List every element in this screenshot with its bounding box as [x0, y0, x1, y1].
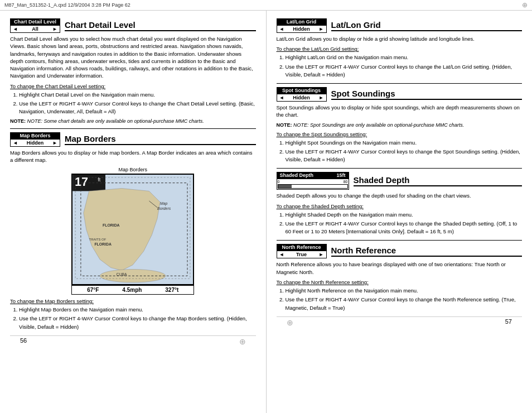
- map-stat-heading: 327°t: [165, 287, 178, 293]
- chart-detail-control[interactable]: ◄ All ►: [10, 25, 60, 33]
- north-reference-right-arrow[interactable]: ►: [319, 252, 324, 257]
- map-borders-body: Map Borders allows you to display or hid…: [10, 149, 256, 164]
- chart-detail-body: Chart Detail Level allows you to select …: [10, 35, 256, 80]
- shaded-depth-slider-container: 0 80: [277, 179, 349, 190]
- north-reference-left-arrow[interactable]: ◄: [279, 252, 284, 257]
- note-label: NOTE:: [277, 122, 294, 128]
- section-chart-detail-level: Chart Detail Level ◄ All ► Chart Detail …: [10, 18, 256, 124]
- lat-lon-label: Lat/Lon Grid: [277, 18, 327, 25]
- lat-lon-left-arrow[interactable]: ◄: [279, 26, 284, 32]
- shaded-depth-change-heading: To change the Shaded Depth setting:: [277, 203, 523, 209]
- map-borders-change-heading: To change the Map Borders setting:: [10, 298, 256, 304]
- map-stat-temp: 67°F: [87, 287, 99, 293]
- svg-text:CUBA: CUBA: [117, 272, 127, 276]
- svg-text:TRAITS OF: TRAITS OF: [89, 238, 107, 241]
- chart-detail-widget: Chart Detail Level ◄ All ►: [10, 18, 60, 33]
- list-item: Highlight Spot Soundings on the Navigati…: [286, 139, 523, 147]
- map-borders-steps: Highlight Map Borders on the Navigation …: [10, 306, 256, 331]
- shaded-depth-fill: [278, 185, 292, 188]
- topbar-text: M87_Man_531352-1_A.qxd 12/9/2004 3:28 PM…: [4, 2, 130, 8]
- north-reference-control[interactable]: ◄ True ►: [277, 251, 327, 258]
- section-map-borders: Map Borders ◄ Hidden ► Map Borders Map B…: [10, 132, 256, 331]
- shaded-depth-right-value: 15ft: [336, 172, 345, 178]
- chart-detail-title: Chart Detail Level: [65, 20, 256, 31]
- svg-text:FLORIDA: FLORIDA: [95, 243, 112, 247]
- map-svg: 17 ft FLORIDA TRAITS OF FLORIDA CUBA: [72, 175, 193, 284]
- svg-text:17: 17: [75, 175, 88, 189]
- divider: [277, 83, 523, 84]
- section-spot-soundings: Spot Soundings ◄ Hidden ► Spot Soundings…: [277, 87, 523, 164]
- chart-detail-right-arrow[interactable]: ►: [52, 26, 57, 32]
- right-bottom-bar: ⊕ 57: [277, 316, 523, 328]
- spot-soundings-left-arrow[interactable]: ◄: [279, 95, 284, 100]
- chart-detail-value: All: [32, 26, 38, 32]
- lat-lon-body: Lat/Lon Grid allows you to display or hi…: [277, 35, 523, 42]
- map-stat-speed: 4.5mph: [122, 287, 142, 293]
- map-image: 17 ft FLORIDA TRAITS OF FLORIDA CUBA: [71, 174, 194, 285]
- shaded-depth-label-box: Shaded Depth 15ft: [277, 172, 349, 179]
- svg-text:Map: Map: [160, 201, 168, 206]
- shaded-depth-title: Shaded Depth: [354, 175, 523, 186]
- shaded-depth-min: 0: [278, 180, 280, 184]
- list-item: Use the LEFT or RIGHT 4-WAY Cursor Contr…: [286, 148, 523, 164]
- spot-soundings-body: Spot Soundings allows you to display or …: [277, 104, 523, 119]
- spot-soundings-title: Spot Soundings: [331, 89, 523, 100]
- shaded-depth-range-labels: 0 80: [278, 180, 348, 184]
- north-reference-change-heading: To change the North Reference setting:: [277, 279, 523, 285]
- spot-soundings-right-arrow[interactable]: ►: [319, 95, 324, 100]
- north-reference-body: North Reference allows you to have beari…: [277, 261, 523, 276]
- map-borders-left-arrow[interactable]: ◄: [13, 140, 18, 146]
- spot-soundings-control[interactable]: ◄ Hidden ►: [277, 94, 327, 102]
- lat-lon-change-heading: To change the Lat/Lon Grid setting:: [277, 46, 523, 52]
- svg-text:ft: ft: [98, 177, 101, 183]
- spot-soundings-steps: Highlight Spot Soundings on the Navigati…: [277, 139, 523, 164]
- spot-soundings-value: Hidden: [293, 95, 310, 100]
- lat-lon-header: Lat/Lon Grid ◄ Hidden ► Lat/Lon Grid: [277, 18, 523, 33]
- svg-text:Borders: Borders: [157, 206, 171, 210]
- chart-detail-note: NOTE: NOTE: Some chart details are only …: [10, 118, 256, 124]
- lat-lon-widget: Lat/Lon Grid ◄ Hidden ►: [277, 18, 327, 33]
- crosshair-icon: ⊕: [522, 1, 528, 9]
- chart-detail-change-heading: To change the Chart Detail Level setting…: [10, 83, 256, 89]
- map-borders-right-arrow[interactable]: ►: [52, 140, 57, 146]
- shaded-depth-steps: Highlight Shaded Depth on the Navigation…: [277, 211, 523, 236]
- list-item: Use the LEFT or RIGHT 4-WAY Cursor Contr…: [286, 296, 523, 312]
- map-stats-bar: 67°F 4.5mph 327°t: [71, 285, 194, 295]
- north-reference-steps: Highlight North Reference on the Navigat…: [277, 287, 523, 312]
- map-borders-label: Map Borders: [10, 132, 60, 139]
- map-borders-header: Map Borders ◄ Hidden ► Map Borders: [10, 132, 256, 147]
- lat-lon-right-arrow[interactable]: ►: [319, 26, 324, 32]
- section-shaded-depth: Shaded Depth 15ft 0 80 Shaded Depth: [277, 172, 523, 236]
- list-item: Highlight North Reference on the Navigat…: [286, 287, 523, 295]
- bottom-crosshair-right-icon: ⊕: [287, 318, 293, 327]
- north-reference-title: North Reference: [331, 246, 523, 257]
- shaded-depth-header: Shaded Depth 15ft 0 80 Shaded Depth: [277, 172, 523, 190]
- list-item: Use the LEFT or RIGHT 4-WAY Cursor Contr…: [286, 63, 523, 79]
- left-page-number: 56: [20, 337, 27, 346]
- map-borders-control[interactable]: ◄ Hidden ►: [10, 139, 60, 147]
- section-lat-lon-grid: Lat/Lon Grid ◄ Hidden ► Lat/Lon Grid Lat…: [277, 18, 523, 79]
- note-content: NOTE: Spot Soundings are only available …: [293, 122, 464, 128]
- map-borders-title: Map Borders: [65, 134, 256, 145]
- north-reference-value: True: [296, 252, 307, 257]
- spot-soundings-label: Spot Soundings: [277, 87, 327, 94]
- lat-lon-value: Hidden: [293, 26, 310, 32]
- divider: [10, 128, 256, 129]
- list-item: Highlight Map Borders on the Navigation …: [19, 306, 256, 314]
- shaded-depth-label: Shaded Depth: [280, 172, 314, 178]
- map-container: Map Borders 17 ft: [10, 167, 256, 295]
- north-reference-widget: North Reference ◄ True ►: [277, 244, 327, 258]
- shaded-depth-slider[interactable]: [278, 184, 348, 189]
- divider: [277, 240, 523, 241]
- divider: [277, 168, 523, 169]
- chart-detail-left-arrow[interactable]: ◄: [13, 26, 18, 32]
- note-content: NOTE: Some chart details are only availa…: [27, 118, 204, 124]
- shaded-depth-max: 80: [344, 180, 348, 184]
- lat-lon-control[interactable]: ◄ Hidden ►: [277, 25, 327, 33]
- svg-text:FLORIDA: FLORIDA: [103, 223, 120, 227]
- list-item: Use the LEFT or RIGHT 4-WAY Cursor Contr…: [19, 315, 256, 331]
- lat-lon-title: Lat/Lon Grid: [331, 20, 523, 31]
- spot-soundings-widget: Spot Soundings ◄ Hidden ►: [277, 87, 327, 102]
- right-page-number: 57: [505, 318, 512, 327]
- list-item: Use the LEFT or RIGHT 4-WAY Cursor Contr…: [19, 100, 256, 116]
